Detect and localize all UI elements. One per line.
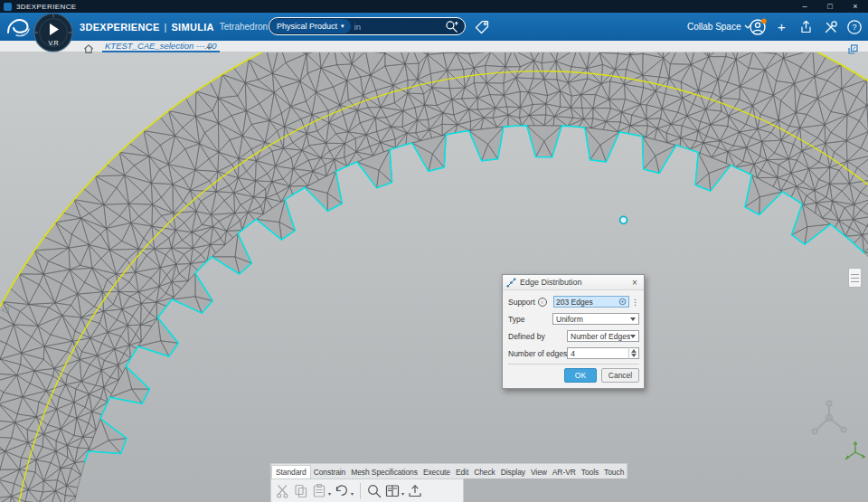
tet-mesh-surface[interactable] xyxy=(0,52,868,502)
brand-suite: SIMULIA xyxy=(171,22,213,33)
ribbon-tab-tools[interactable]: Tools xyxy=(579,466,601,478)
support-value: 203 Edges xyxy=(556,298,617,307)
ribbon-tab-check[interactable]: Check xyxy=(471,466,498,478)
support-picker-icon[interactable] xyxy=(618,298,627,306)
notification-badge xyxy=(761,18,767,24)
type-label: Type xyxy=(508,315,524,324)
action-bar: StandardConstrainMesh SpecificationsExec… xyxy=(270,463,627,502)
dialog-title: Edge Distribution xyxy=(520,278,626,287)
update-icon[interactable] xyxy=(366,483,382,499)
axis-triad-icon xyxy=(844,440,867,466)
brand-separator: | xyxy=(165,22,167,33)
tools-icon[interactable] xyxy=(823,13,839,41)
collab-space-label: Collab Space xyxy=(687,22,741,32)
dassault-logo xyxy=(5,15,33,39)
cancel-button[interactable]: Cancel xyxy=(601,368,639,383)
ribbon-tab-view[interactable]: View xyxy=(528,466,550,478)
chevron-down-icon xyxy=(630,335,636,338)
window-titlebar: 3DEXPERIENCE – □ × xyxy=(0,0,868,13)
user-avatar[interactable] xyxy=(749,13,767,41)
ribbon-tab-mesh-specifications[interactable]: Mesh Specifications xyxy=(348,466,420,478)
ribbon-tab-touch[interactable]: Touch xyxy=(601,466,627,478)
app-header: 3DEXPERIENCE | SIMULIA Tetrahedron Meshe… xyxy=(0,13,868,41)
dialog-close-button[interactable]: × xyxy=(629,278,640,288)
number-of-edges-row: Number of edges 4 xyxy=(508,346,639,360)
action-bar-tabs: StandardConstrainMesh SpecificationsExec… xyxy=(270,463,627,478)
maximize-button[interactable]: □ xyxy=(817,0,843,13)
view-manipulator-icon[interactable] xyxy=(807,398,851,441)
support-label: Support xyxy=(508,298,535,307)
paste-dropdown-caret-icon[interactable]: ▾ xyxy=(328,490,331,497)
context-menu-icon[interactable]: ⋮ xyxy=(631,298,639,307)
vertex-marker[interactable] xyxy=(620,216,627,223)
undo-icon[interactable] xyxy=(334,483,350,499)
ribbon-tab-constrain[interactable]: Constrain xyxy=(311,466,348,478)
minimize-button[interactable]: – xyxy=(792,0,817,13)
type-row: Type Uniform xyxy=(508,312,639,326)
defined-by-value: Number of Edges xyxy=(571,332,630,341)
new-tab-button[interactable]: + xyxy=(206,41,212,52)
catalog-dropdown-caret-icon[interactable]: ▾ xyxy=(401,490,404,497)
export-icon[interactable] xyxy=(407,483,423,499)
tag-icon[interactable] xyxy=(474,13,490,41)
number-of-edges-input[interactable]: 4 xyxy=(567,347,639,359)
defined-by-select[interactable]: Number of Edges xyxy=(567,330,639,342)
brand-platform: 3DEXPERIENCE xyxy=(80,22,160,33)
document-tabstrip: KTEST_CAE_selection ---.00 + xyxy=(0,41,868,52)
chevron-down-icon: ▾ xyxy=(341,23,344,30)
gear-mesh-model[interactable] xyxy=(0,52,868,502)
compass-label: V.R xyxy=(48,40,58,46)
search-icon[interactable] xyxy=(445,20,458,33)
chevron-down-icon xyxy=(630,317,636,321)
search-input[interactable] xyxy=(351,22,445,32)
dialog-titlebar[interactable]: Edge Distribution × xyxy=(503,275,644,290)
catalog-icon[interactable] xyxy=(384,483,401,499)
add-content-button[interactable]: + xyxy=(778,13,786,41)
paste-icon[interactable] xyxy=(311,483,327,499)
share-icon[interactable] xyxy=(797,13,814,41)
panel-collapse-chevron-icon[interactable]: ◁ xyxy=(1,304,8,316)
cut-icon[interactable] xyxy=(275,483,291,499)
support-field[interactable]: 203 Edges xyxy=(553,296,629,308)
number-of-edges-label: Number of edges xyxy=(508,349,567,358)
standard-toolbar: ▾▾▾ xyxy=(270,478,464,502)
defined-by-row: Defined by Number of Edges xyxy=(508,329,639,343)
ribbon-tab-execute[interactable]: Execute xyxy=(420,466,453,478)
expand-viewport-icon[interactable] xyxy=(848,42,858,58)
help-icon[interactable]: ? xyxy=(846,13,863,41)
brand-text: 3DEXPERIENCE | SIMULIA Tetrahedron Meshe… xyxy=(80,13,300,41)
search-scope-dropdown[interactable]: Physical Product ▾ xyxy=(270,19,351,33)
window-title: 3DEXPERIENCE xyxy=(16,3,77,11)
ribbon-tab-ar-vr[interactable]: AR-VR xyxy=(550,466,579,478)
3d-compass[interactable]: V.R xyxy=(33,13,73,52)
edge-distribution-dialog: Edge Distribution × Support i 203 Edges … xyxy=(502,274,645,389)
undo-dropdown-caret-icon[interactable]: ▾ xyxy=(351,490,354,497)
type-select[interactable]: Uniform xyxy=(552,313,639,325)
number-of-edges-value: 4 xyxy=(568,349,628,358)
ribbon-tab-standard[interactable]: Standard xyxy=(271,465,311,478)
edge-distribution-icon xyxy=(506,278,516,288)
number-stepper[interactable] xyxy=(628,347,638,359)
app-logo-icon xyxy=(4,3,12,11)
ok-button[interactable]: OK xyxy=(564,368,597,383)
info-icon[interactable]: i xyxy=(538,298,547,307)
search-bar: Physical Product ▾ xyxy=(269,17,466,35)
ribbon-tab-display[interactable]: Display xyxy=(498,466,528,478)
help-glyph: ? xyxy=(852,23,856,32)
close-button[interactable]: × xyxy=(843,0,868,13)
search-scope-label: Physical Product xyxy=(277,22,337,31)
3d-viewport[interactable]: ◁ xyxy=(0,52,868,502)
support-row: Support i 203 Edges ⋮ xyxy=(508,295,639,308)
collab-space-dropdown[interactable]: Collab Space xyxy=(687,13,751,41)
application-window: 3DEXPERIENCE – □ × 3DEXPERIENCE | SIMULI… xyxy=(0,0,868,502)
type-value: Uniform xyxy=(556,315,630,324)
side-panel-grip[interactable] xyxy=(848,268,862,288)
home-icon[interactable] xyxy=(83,42,94,58)
ribbon-tab-edit[interactable]: Edit xyxy=(453,466,471,478)
document-tab[interactable]: KTEST_CAE_selection ---.00 xyxy=(102,41,220,52)
defined-by-label: Defined by xyxy=(508,332,545,341)
copy-icon[interactable] xyxy=(293,483,309,499)
